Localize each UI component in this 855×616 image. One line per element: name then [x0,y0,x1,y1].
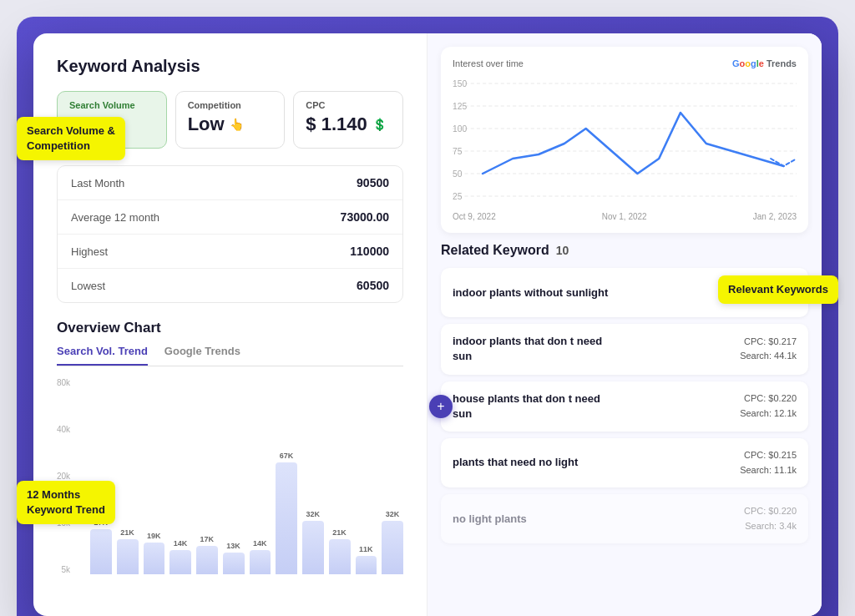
keyword-meta: CPC: $0.220 Search: 12.1k [740,391,797,421]
y-axis: 80k40k20k10k5k [57,378,77,574]
competition-label: Competition [188,100,273,110]
cpc-label: CPC [306,100,391,110]
keyword-meta: CPC: $0.217 Search: 44.1k [740,335,797,364]
bar[interactable] [144,543,165,574]
bar[interactable] [223,553,245,574]
keyword-meta: CPC: $0.215 Search: 11.1k [740,448,797,477]
bar-value-label: 32K [306,510,321,518]
bar-value-label: 17K [200,535,215,543]
bar-group: 21K [329,528,351,574]
bar-value-label: 21K [120,528,134,537]
bar-group: 14K [250,539,271,574]
related-header: Related Keyword 10 [441,243,808,258]
related-count: 10 [556,244,569,257]
svg-text:25: 25 [453,192,463,201]
stats-value: 73000.00 [341,210,389,224]
google-trends-logo: Google Trends [732,58,797,68]
keyword-cpc: CPC: $0.220 [744,504,797,519]
bar-value-label: 11K [359,545,373,553]
competition-value: Low 👆 [188,114,273,135]
related-title: Related Keyword [441,243,549,258]
trends-title: Interest over time [453,58,524,68]
bar-group: 21K [117,528,139,574]
bar-value-label: 32K [386,510,400,518]
keyword-item[interactable]: + house plants that don t need sun CPC: … [441,381,808,432]
stats-value: 90500 [357,176,389,189]
add-keyword-button[interactable]: + [429,395,453,418]
bar[interactable] [302,521,324,574]
bar-group: 19K [144,532,165,574]
tab-google-trends[interactable]: Google Trends [164,345,240,366]
keyword-name: indoor plants without sunlight [453,285,608,300]
keyword-search: Search: 12.1k [740,406,797,422]
stats-row: Last Month 90500 [58,166,402,200]
hand-icon: 👆 [230,118,244,131]
cpc-value: $ 1.140 💲 [306,114,391,135]
keyword-cpc: CPC: $0.215 [740,448,797,463]
trends-x-labels: Oct 9, 2022Nov 1, 2022Jan 2, 2023 [453,212,797,221]
stats-row: Highest 110000 [58,235,402,269]
search-volume-label: Search Volume [69,100,154,110]
trends-x-label: Oct 9, 2022 [453,212,496,221]
bar-group: 67K [276,452,297,574]
bar[interactable] [196,546,218,574]
callout-relevant-keywords: Relevant Keywords [718,275,838,304]
svg-text:125: 125 [453,102,468,111]
y-label: 40k [57,425,70,434]
bar[interactable] [382,521,403,574]
svg-text:75: 75 [453,147,463,156]
bar[interactable] [169,550,191,574]
keyword-cpc: CPC: $0.217 [740,335,797,350]
bar[interactable] [117,539,139,574]
svg-text:50: 50 [453,169,463,179]
trends-x-label: Nov 1, 2022 [602,212,647,221]
stats-row: Average 12 month 73000.00 [58,200,402,235]
bar-group: 27K [90,518,112,574]
tab-search-vol-trend[interactable]: Search Vol. Trend [57,345,148,366]
stats-label: Last Month [71,177,124,189]
stats-label: Lowest [71,280,105,292]
bar-group: 11K [356,545,377,574]
right-panel: Interest over time Google Trends [428,33,822,616]
callout-months-keyword-trend: 12 Months Keyword Trend [17,481,115,524]
bar-value-label: 14K [174,539,188,548]
keyword-name: indoor plants that don t need sun [453,334,620,364]
bar-value-label: 67K [280,452,294,460]
keyword-item[interactable]: indoor plants that don t need sun CPC: $… [441,324,808,374]
stats-table: Last Month 90500 Average 12 month 73000.… [57,165,403,303]
stats-label: Average 12 month [71,211,159,224]
stats-value: 60500 [357,279,389,292]
trends-area: Interest over time Google Trends [441,47,808,233]
bar-value-label: 14K [253,539,267,548]
y-label: 80k [57,378,70,387]
page-title: Keyword Analysis [57,57,403,76]
keyword-item[interactable]: plants that need no light CPC: $0.215 Se… [441,438,808,487]
y-label: 20k [57,472,70,481]
bar-group: 32K [302,510,324,574]
main-card: Keyword Analysis Search Volume 74k 🔍 Com… [33,33,822,616]
y-label: 5k [62,565,71,574]
bar-group: 14K [169,539,191,574]
overview-chart-title: Overview Chart [57,320,403,336]
bar[interactable] [329,539,351,574]
bar[interactable] [90,529,112,574]
keyword-name: no light plants [453,512,527,527]
competition-card: Competition Low 👆 [175,91,286,149]
bar-group: 32K [382,510,403,574]
svg-text:100: 100 [453,124,468,134]
bar[interactable] [276,462,297,574]
keyword-item[interactable]: no light plants CPC: $0.220 Search: 3.4k [441,494,808,543]
bar-value-label: 21K [332,528,347,537]
overview-chart-section: Overview Chart Search Vol. Trend Google … [57,320,403,599]
bar-group: 17K [196,535,218,574]
stats-row: Lowest 60500 [58,269,402,302]
keyword-cpc: CPC: $0.220 [740,391,797,406]
trends-chart: 150 125 100 75 50 25 [453,75,797,209]
bar[interactable] [250,550,271,574]
bar-value-label: 19K [147,532,161,540]
keyword-name: house plants that don t need sun [453,391,620,422]
bar-group: 13K [223,542,245,574]
keyword-list: indoor plants without sunlight CPC: $0.2… [441,268,808,543]
bar[interactable] [356,556,377,574]
stats-label: Highest [71,245,108,258]
